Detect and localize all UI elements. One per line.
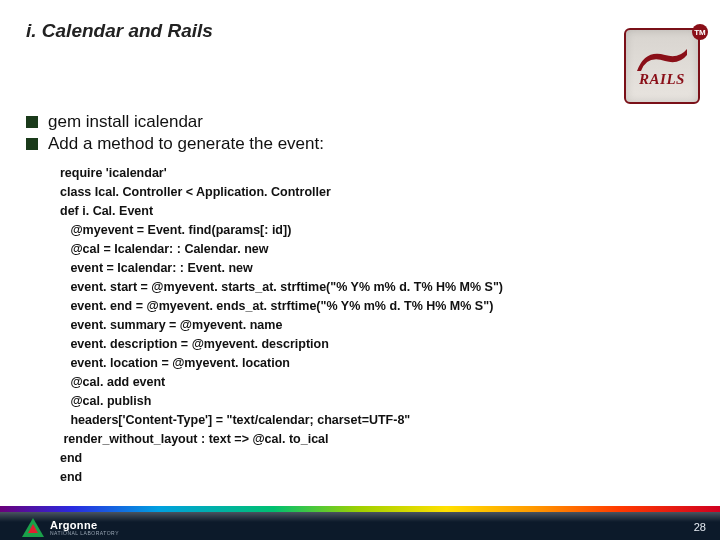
code-line: @myevent = Event. find(params[: id]) [60,221,700,240]
code-line: def i. Cal. Event [60,202,700,221]
code-line: event = Icalendar: : Event. new [60,259,700,278]
code-line: require 'icalendar' [60,164,700,183]
code-line: end [60,449,700,468]
code-line: render_without_layout : text => @cal. to… [60,430,700,449]
footer-bar: Argonne NATIONAL LABORATORY 28 [0,512,720,540]
rails-wave-icon [635,45,689,73]
slide-title: i. Calendar and Rails [26,20,213,42]
code-line: headers['Content-Type'] = "text/calendar… [60,411,700,430]
code-line: event. description = @myevent. descripti… [60,335,700,354]
code-line: @cal. publish [60,392,700,411]
bullet-item: gem install icalendar [26,112,700,132]
code-line: event. summary = @myevent. name [60,316,700,335]
bullet-square-icon [26,116,38,128]
code-line: class Ical. Controller < Application. Co… [60,183,700,202]
code-block: require 'icalendar'class Ical. Controlle… [60,164,700,487]
code-line: event. end = @myevent. ends_at. strftime… [60,297,700,316]
code-line: end [60,468,700,487]
page-number: 28 [694,521,706,533]
org-name: Argonne [50,520,119,531]
slide: i. Calendar and Rails TM RAILS gem insta… [0,0,720,540]
argonne-triangle-icon [22,518,44,537]
footer: Argonne NATIONAL LABORATORY 28 [0,506,720,540]
bullet-text: Add a method to generate the event: [48,134,324,154]
code-line: event. start = @myevent. starts_at. strf… [60,278,700,297]
argonne-text: Argonne NATIONAL LABORATORY [50,520,119,536]
org-subtitle: NATIONAL LABORATORY [50,531,119,536]
argonne-logo: Argonne NATIONAL LABORATORY [22,518,119,537]
trademark-badge: TM [692,24,708,40]
code-line: @cal. add event [60,373,700,392]
bullet-text: gem install icalendar [48,112,203,132]
rails-logo: TM RAILS [624,28,700,104]
content-area: gem install icalendar Add a method to ge… [26,112,700,487]
rails-logo-text: RAILS [639,71,685,88]
code-line: @cal = Icalendar: : Calendar. new [60,240,700,259]
bullet-square-icon [26,138,38,150]
code-line: event. location = @myevent. location [60,354,700,373]
bullet-item: Add a method to generate the event: [26,134,700,154]
